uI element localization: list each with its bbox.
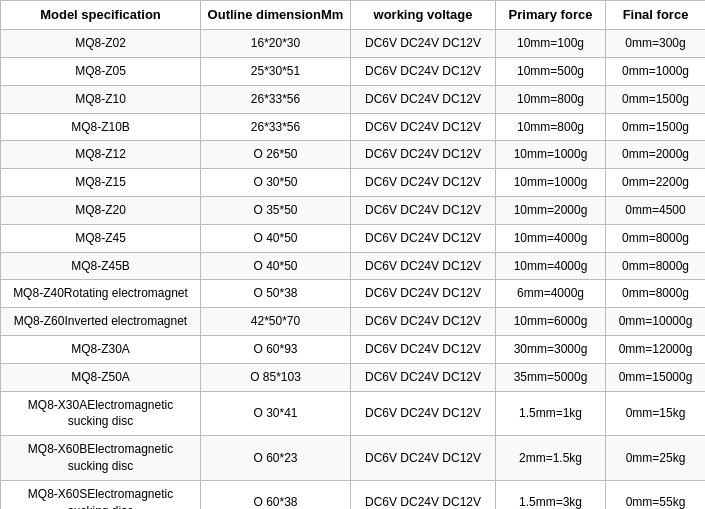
cell-voltage: DC6V DC24V DC12V (351, 480, 496, 509)
cell-voltage: DC6V DC24V DC12V (351, 280, 496, 308)
cell-outline: O 40*50 (201, 224, 351, 252)
table-row: MQ8-Z45BO 40*50DC6V DC24V DC12V10mm=4000… (1, 252, 706, 280)
cell-primary: 10mm=100g (496, 30, 606, 58)
cell-primary: 10mm=800g (496, 113, 606, 141)
cell-outline: 25*30*51 (201, 57, 351, 85)
cell-final: 0mm=2000g (606, 141, 706, 169)
cell-voltage: DC6V DC24V DC12V (351, 436, 496, 481)
cell-model: MQ8-Z60Inverted electromagnet (1, 308, 201, 336)
table-row: MQ8-Z12O 26*50DC6V DC24V DC12V10mm=1000g… (1, 141, 706, 169)
cell-final: 0mm=8000g (606, 224, 706, 252)
cell-model: MQ8-Z05 (1, 57, 201, 85)
cell-model: MQ8-Z30A (1, 335, 201, 363)
cell-model: MQ8-Z15 (1, 169, 201, 197)
cell-model: MQ8-X60SElectromagnetic sucking disc (1, 480, 201, 509)
cell-final: 0mm=2200g (606, 169, 706, 197)
cell-outline: O 30*50 (201, 169, 351, 197)
cell-primary: 2mm=1.5kg (496, 436, 606, 481)
cell-voltage: DC6V DC24V DC12V (351, 141, 496, 169)
cell-voltage: DC6V DC24V DC12V (351, 363, 496, 391)
cell-voltage: DC6V DC24V DC12V (351, 391, 496, 436)
cell-primary: 10mm=500g (496, 57, 606, 85)
cell-voltage: DC6V DC24V DC12V (351, 57, 496, 85)
header-final: Final force (606, 1, 706, 30)
table-row: MQ8-Z50AO 85*103DC6V DC24V DC12V35mm=500… (1, 363, 706, 391)
cell-final: 0mm=15kg (606, 391, 706, 436)
cell-outline: 42*50*70 (201, 308, 351, 336)
cell-primary: 10mm=1000g (496, 169, 606, 197)
cell-final: 0mm=15000g (606, 363, 706, 391)
header-primary: Primary force (496, 1, 606, 30)
cell-outline: O 40*50 (201, 252, 351, 280)
cell-model: MQ8-Z02 (1, 30, 201, 58)
table-row: MQ8-Z20O 35*50DC6V DC24V DC12V10mm=2000g… (1, 196, 706, 224)
cell-outline: O 85*103 (201, 363, 351, 391)
cell-primary: 10mm=4000g (496, 224, 606, 252)
cell-model: MQ8-Z40Rotating electromagnet (1, 280, 201, 308)
cell-primary: 10mm=1000g (496, 141, 606, 169)
table-row: MQ8-Z0525*30*51DC6V DC24V DC12V10mm=500g… (1, 57, 706, 85)
cell-final: 0mm=55kg (606, 480, 706, 509)
cell-final: 0mm=1500g (606, 85, 706, 113)
cell-primary: 35mm=5000g (496, 363, 606, 391)
cell-final: 0mm=4500 (606, 196, 706, 224)
cell-final: 0mm=8000g (606, 280, 706, 308)
cell-final: 0mm=8000g (606, 252, 706, 280)
header-model: Model specification (1, 1, 201, 30)
cell-voltage: DC6V DC24V DC12V (351, 308, 496, 336)
cell-primary: 1.5mm=1kg (496, 391, 606, 436)
cell-model: MQ8-Z10 (1, 85, 201, 113)
cell-voltage: DC6V DC24V DC12V (351, 30, 496, 58)
cell-model: MQ8-Z12 (1, 141, 201, 169)
cell-final: 0mm=12000g (606, 335, 706, 363)
table-row: MQ8-X30AElectromagnetic sucking discO 30… (1, 391, 706, 436)
table-row: MQ8-X60SElectromagnetic sucking discO 60… (1, 480, 706, 509)
cell-voltage: DC6V DC24V DC12V (351, 224, 496, 252)
cell-outline: O 50*38 (201, 280, 351, 308)
cell-voltage: DC6V DC24V DC12V (351, 113, 496, 141)
cell-primary: 1.5mm=3kg (496, 480, 606, 509)
cell-final: 0mm=25kg (606, 436, 706, 481)
table-row: MQ8-Z10B26*33*56DC6V DC24V DC12V10mm=800… (1, 113, 706, 141)
table-row: MQ8-Z30AO 60*93DC6V DC24V DC12V30mm=3000… (1, 335, 706, 363)
cell-final: 0mm=1000g (606, 57, 706, 85)
cell-primary: 10mm=2000g (496, 196, 606, 224)
cell-outline: 26*33*56 (201, 85, 351, 113)
cell-model: MQ8-Z45 (1, 224, 201, 252)
cell-final: 0mm=10000g (606, 308, 706, 336)
table-row: MQ8-X60BElectromagnetic sucking discO 60… (1, 436, 706, 481)
cell-primary: 10mm=6000g (496, 308, 606, 336)
table-row: MQ8-Z45O 40*50DC6V DC24V DC12V10mm=4000g… (1, 224, 706, 252)
cell-voltage: DC6V DC24V DC12V (351, 196, 496, 224)
cell-model: MQ8-X30AElectromagnetic sucking disc (1, 391, 201, 436)
cell-voltage: DC6V DC24V DC12V (351, 85, 496, 113)
cell-model: MQ8-Z45B (1, 252, 201, 280)
cell-outline: O 60*38 (201, 480, 351, 509)
cell-outline: O 60*23 (201, 436, 351, 481)
cell-model: MQ8-Z50A (1, 363, 201, 391)
table-row: MQ8-Z60Inverted electromagnet42*50*70DC6… (1, 308, 706, 336)
cell-voltage: DC6V DC24V DC12V (351, 335, 496, 363)
cell-outline: O 60*93 (201, 335, 351, 363)
header-voltage: working voltage (351, 1, 496, 30)
cell-model: MQ8-Z10B (1, 113, 201, 141)
cell-outline: 16*20*30 (201, 30, 351, 58)
spec-table: Model specification Outline dimensionMm … (0, 0, 705, 509)
cell-model: MQ8-Z20 (1, 196, 201, 224)
cell-outline: O 30*41 (201, 391, 351, 436)
cell-primary: 6mm=4000g (496, 280, 606, 308)
cell-final: 0mm=300g (606, 30, 706, 58)
cell-outline: 26*33*56 (201, 113, 351, 141)
cell-voltage: DC6V DC24V DC12V (351, 169, 496, 197)
cell-primary: 30mm=3000g (496, 335, 606, 363)
table-row: MQ8-Z0216*20*30DC6V DC24V DC12V10mm=100g… (1, 30, 706, 58)
header-outline: Outline dimensionMm (201, 1, 351, 30)
cell-final: 0mm=1500g (606, 113, 706, 141)
table-row: MQ8-Z40Rotating electromagnetO 50*38DC6V… (1, 280, 706, 308)
cell-voltage: DC6V DC24V DC12V (351, 252, 496, 280)
cell-outline: O 26*50 (201, 141, 351, 169)
cell-primary: 10mm=800g (496, 85, 606, 113)
table-row: MQ8-Z15O 30*50DC6V DC24V DC12V10mm=1000g… (1, 169, 706, 197)
cell-model: MQ8-X60BElectromagnetic sucking disc (1, 436, 201, 481)
cell-primary: 10mm=4000g (496, 252, 606, 280)
